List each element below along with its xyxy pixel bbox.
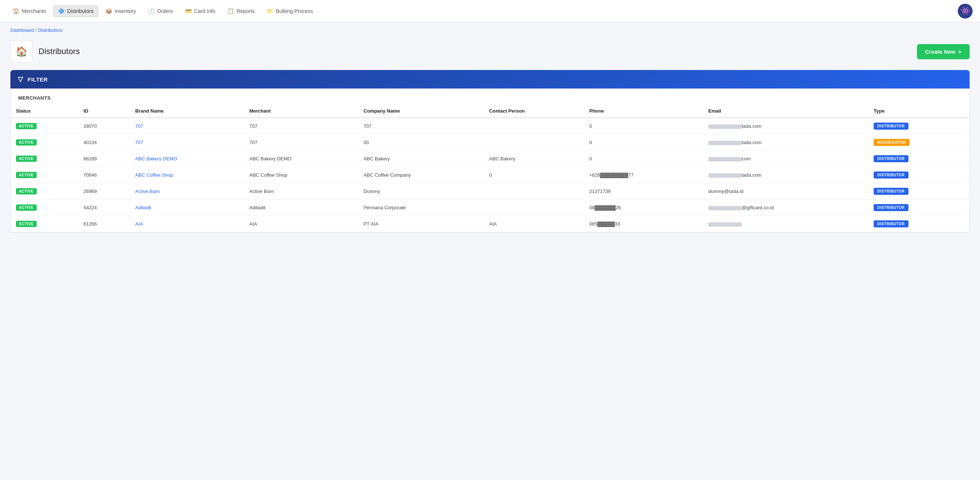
cell-brand-name[interactable]: ABC Coffee Shop: [130, 167, 244, 183]
nav-item-orders[interactable]: 🕐Orders: [143, 5, 178, 17]
breadcrumb-home[interactable]: Dashboard: [10, 27, 34, 33]
email-blurred: [708, 206, 742, 211]
cell-contact-person: ABC Bakery: [484, 151, 584, 167]
breadcrumb: Dashboard / Distributors: [0, 22, 980, 35]
nav-label-orders: Orders: [157, 8, 173, 14]
nav-label-inventory: Inventory: [115, 8, 136, 14]
brand-name-link[interactable]: AIA: [135, 221, 143, 227]
nav-icon-inventory: 📦: [105, 8, 112, 14]
cell-brand-name[interactable]: ABC Bakery DEMO: [130, 151, 244, 167]
table-row: ACTIVE26969Active BarnActive BarnDummy21…: [11, 183, 969, 200]
col-header-merchant: Merchant: [244, 105, 358, 118]
status-badge: ACTIVE: [16, 172, 37, 178]
breadcrumb-current: Distributors: [38, 27, 62, 33]
filter-bar[interactable]: ▽ FILTER: [10, 70, 970, 89]
nav-item-bulking-process[interactable]: 📁Bulking Process: [261, 5, 318, 17]
table-row: ACTIVE54224AditaditAditaditPermana Corpo…: [11, 200, 969, 216]
table-body: ACTIVE280707077077070tada.comDISTRIBUTOR…: [11, 118, 969, 232]
brand-name-link[interactable]: Aditadit: [135, 205, 151, 211]
status-badge: ACTIVE: [16, 221, 37, 227]
email-suffix: @giftcard.co.id: [742, 205, 774, 211]
nav-label-reports: Reports: [237, 8, 255, 14]
cell-id: 61266: [78, 216, 130, 232]
create-new-button[interactable]: Create New +: [917, 44, 970, 59]
email-suffix: com: [742, 156, 751, 162]
brand-name-link[interactable]: ABC Coffee Shop: [135, 172, 173, 178]
col-header-id: ID: [78, 105, 130, 118]
cell-id: 26969: [78, 183, 130, 200]
brand-name-link[interactable]: 707: [135, 124, 143, 129]
cell-brand-name[interactable]: Active Barn: [130, 183, 244, 200]
cell-merchant: Active Barn: [244, 183, 358, 200]
cell-status: ACTIVE: [11, 167, 78, 183]
table-row: ACTIVE66289ABC Bakery DEMOABC Bakery DEM…: [11, 151, 969, 167]
nav-item-inventory[interactable]: 📦Inventory: [100, 5, 141, 17]
col-header-brand-name: Brand Name: [130, 105, 244, 118]
nav-item-card-info[interactable]: 💳Card Info: [180, 5, 221, 17]
filter-label: FILTER: [28, 76, 48, 82]
brand-name-link[interactable]: 707: [135, 139, 143, 145]
status-badge: ACTIVE: [16, 204, 37, 211]
cell-status: ACTIVE: [11, 216, 78, 232]
avatar-image: 👾: [958, 4, 973, 19]
cell-brand-name[interactable]: 707: [130, 135, 244, 151]
type-badge: AGGREGATOR: [873, 139, 910, 146]
email-blurred: [708, 157, 742, 162]
cell-merchant: 707: [244, 118, 358, 135]
type-badge: DISTRIBUTOR: [873, 155, 908, 162]
nav-item-merchants[interactable]: 🏠Merchants: [7, 5, 51, 17]
cell-company-name: Permana Corporate: [358, 200, 484, 216]
avatar[interactable]: 👾: [958, 4, 973, 19]
nav-icon-orders: 🕐: [148, 8, 155, 14]
cell-id: 40134: [78, 135, 130, 151]
cell-company-name: ABC Coffee Company: [358, 167, 484, 183]
nav-label-merchants: Merchants: [22, 8, 46, 14]
nav-item-reports[interactable]: 📋Reports: [222, 5, 260, 17]
nav-icon-card-info: 💳: [185, 8, 192, 14]
cell-id: 66289: [78, 151, 130, 167]
cell-phone: 085▓▓▓▓▓33: [584, 216, 703, 232]
nav-icon-reports: 📋: [227, 8, 234, 14]
cell-contact-person: AIA: [484, 216, 584, 232]
type-badge: DISTRIBUTOR: [873, 171, 908, 179]
cell-contact-person: 0: [484, 167, 584, 183]
cell-phone: 21371739: [584, 183, 703, 200]
status-badge: ACTIVE: [16, 139, 37, 146]
brand-name-link[interactable]: Active Barn: [135, 189, 160, 194]
nav-items: 🏠Merchants🔷Distributors📦Inventory🕐Orders…: [7, 5, 958, 17]
col-header-status: Status: [11, 105, 78, 118]
cell-type: AGGREGATOR: [869, 135, 969, 151]
nav-icon-merchants: 🏠: [13, 8, 20, 14]
cell-contact-person: [484, 118, 584, 135]
cell-contact-person: [484, 135, 584, 151]
type-badge: DISTRIBUTOR: [873, 204, 908, 211]
filter-icon: ▽: [18, 75, 23, 83]
cell-phone: 0: [584, 151, 703, 167]
cell-id: 54224: [78, 200, 130, 216]
nav-icon-bulking-process: 📁: [267, 8, 274, 14]
cell-company-name: ABC Bakery: [358, 151, 484, 167]
cell-brand-name[interactable]: 707: [130, 118, 244, 135]
cell-brand-name[interactable]: AIA: [130, 216, 244, 232]
cell-company-name: Dummy: [358, 183, 484, 200]
cell-contact-person: [484, 183, 584, 200]
page-icon-box: 🏠: [10, 40, 33, 63]
brand-name-link[interactable]: ABC Bakery DEMO: [135, 156, 177, 162]
table-row: ACTIVE40134707707000tada.comAGGREGATOR: [11, 135, 969, 151]
type-badge: DISTRIBUTOR: [873, 188, 908, 195]
nav-label-distributors: Distributors: [67, 8, 94, 14]
email-suffix: tada.com: [742, 139, 761, 145]
email-blurred: [708, 173, 742, 178]
page-title: Distributors: [38, 47, 80, 56]
email-blurred: [708, 124, 742, 129]
cell-merchant: Aditadit: [244, 200, 358, 216]
merchants-label: MERCHANTS: [11, 89, 969, 105]
cell-id: 28070: [78, 118, 130, 135]
email-suffix: tada.com: [742, 172, 761, 178]
status-badge: ACTIVE: [16, 188, 37, 195]
cell-brand-name[interactable]: Aditadit: [130, 200, 244, 216]
create-new-icon: +: [958, 49, 961, 55]
col-header-email: Email: [703, 105, 869, 118]
page-header-left: 🏠 Distributors: [10, 40, 80, 63]
nav-item-distributors[interactable]: 🔷Distributors: [52, 5, 99, 17]
